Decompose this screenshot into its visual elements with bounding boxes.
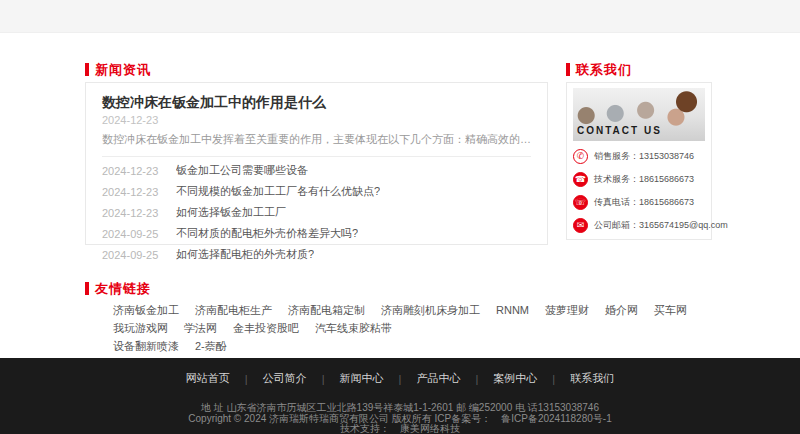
main-content: 新闻资讯 数控冲床在钣金加工中的作用是什么 2024-12-23 数控冲床在钣金… [0,33,800,355]
customer-service-photo: CONTACT US [573,88,705,141]
email-label: 公司邮箱：3165674195@qq.com [594,219,728,232]
tech-phone-label: 技术服务：18615686673 [594,173,694,186]
friend-link[interactable]: 金丰投资股吧 [233,319,299,337]
friend-link[interactable]: 我玩游戏网 [113,319,168,337]
friendly-links-section: 友情链接 济南钣金加工 济南配电柜生产 济南配电箱定制 济南雕刻机床身加工 RN… [85,282,715,355]
fax-phone-label: 传真电话：18615686673 [594,196,694,209]
footer-nav: 网站首页 公司简介 新闻中心 产品中心 案例中心 联系我们 [0,371,800,386]
contact-column: 联系我们 CONTACT US ✆ 销售服务：13153038746 ☎ 技术服… [566,82,712,245]
friend-link[interactable]: 济南配电箱定制 [288,301,365,319]
friend-link[interactable]: 买车网 [654,301,687,319]
contact-row: ✉ 公司邮箱：3165674195@qq.com [573,218,705,233]
friend-link[interactable]: 济南配电柜生产 [195,301,272,319]
mail-icon: ✉ [573,218,588,233]
friend-links-row: 设备翻新喷漆 2-萘酚 [113,337,715,355]
friend-link[interactable]: 汽车线束胶粘带 [315,319,392,337]
friend-link[interactable]: 学法网 [184,319,217,337]
news-section-title: 新闻资讯 [95,61,151,79]
featured-news-excerpt: 数控冲床在钣金加工中发挥着至关重要的作用，主要体现在以下几个方面：精确高效的形状… [102,132,531,147]
news-item-title: 不同规模的钣金加工工厂各有什么优缺点? [176,184,380,199]
footer: 网站首页 公司简介 新闻中心 产品中心 案例中心 联系我们 地 址 山东省济南市… [0,358,800,434]
top-strip [0,0,800,33]
footer-support: 技术支持： 康美网络科技 [0,424,800,434]
footer-nav-products[interactable]: 产品中心 [416,371,460,386]
news-list-item[interactable]: 2024-09-25 如何选择配电柜的外壳材质? [102,244,531,265]
news-item-date: 2024-09-25 [102,249,164,261]
contact-section-title: 联系我们 [576,61,632,79]
footer-address: 地 址 山东省济南市历城区工业北路139号祥泰城1-1-2601 邮 编2520… [0,403,800,414]
footer-nav-contact[interactable]: 联系我们 [570,371,614,386]
friend-link[interactable]: 婚介网 [605,301,638,319]
news-item-date: 2024-09-25 [102,228,164,240]
news-item-date: 2024-12-23 [102,165,164,177]
friend-link[interactable]: 2-萘酚 [195,337,227,355]
red-accent-bar [85,63,89,76]
sales-phone-label: 销售服务：13153038746 [594,150,694,163]
footer-nav-news[interactable]: 新闻中心 [340,371,384,386]
footer-nav-home[interactable]: 网站首页 [186,371,230,386]
links-section-header: 友情链接 [85,282,715,295]
featured-news-title[interactable]: 数控冲床在钣金加工中的作用是什么 [102,93,531,111]
news-list-item[interactable]: 2024-12-23 如何选择钣金加工工厂 [102,202,531,223]
contact-row: ✆ 销售服务：13153038746 [573,149,705,164]
news-item-title: 如何选择配电柜的外壳材质? [176,247,314,262]
friend-link[interactable]: 菠萝理财 [545,301,589,319]
news-item-title: 不同材质的配电柜外壳价格差异大吗? [176,226,358,241]
featured-news-date: 2024-12-23 [102,114,531,126]
contact-row: ☏ 传真电话：18615686673 [573,195,705,210]
friend-link[interactable]: 设备翻新喷漆 [113,337,179,355]
phone-icon: ✆ [573,149,588,164]
friend-link[interactable]: 济南雕刻机床身加工 [381,301,480,319]
news-list-item[interactable]: 2024-09-25 不同材质的配电柜外壳价格差异大吗? [102,223,531,244]
news-item-date: 2024-12-23 [102,207,164,219]
news-item-date: 2024-12-23 [102,186,164,198]
contact-section-header: 联系我们 [566,63,712,76]
friend-links-row: 济南钣金加工 济南配电柜生产 济南配电箱定制 济南雕刻机床身加工 RNNM 菠萝… [113,301,715,337]
news-list-item[interactable]: 2024-12-23 不同规模的钣金加工工厂各有什么优缺点? [102,181,531,202]
contact-us-caption: CONTACT US [577,125,662,136]
footer-nav-about[interactable]: 公司简介 [263,371,307,386]
news-list-item[interactable]: 2024-12-23 钣金加工公司需要哪些设备 [102,160,531,181]
links-section-title: 友情链接 [95,280,151,298]
contact-panel: CONTACT US ✆ 销售服务：13153038746 ☎ 技术服务：186… [566,82,712,240]
telephone-icon: ☎ [573,172,588,187]
news-panel: 数控冲床在钣金加工中的作用是什么 2024-12-23 数控冲床在钣金加工中发挥… [85,82,548,245]
news-divider [102,156,531,157]
footer-nav-cases[interactable]: 案例中心 [493,371,537,386]
news-item-title: 钣金加工公司需要哪些设备 [176,163,308,178]
friend-link[interactable]: RNNM [496,301,529,319]
news-item-title: 如何选择钣金加工工厂 [176,205,286,220]
fax-icon: ☏ [573,195,588,210]
friend-link[interactable]: 济南钣金加工 [113,301,179,319]
red-accent-bar [566,63,570,76]
contact-row: ☎ 技术服务：18615686673 [573,172,705,187]
red-accent-bar [85,282,89,295]
